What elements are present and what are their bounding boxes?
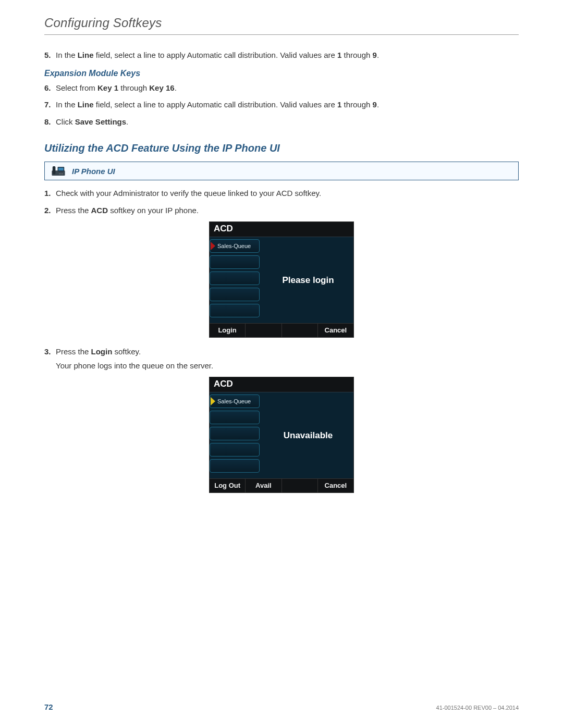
- step-text: Press the ACD softkey on your IP phone.: [56, 205, 519, 217]
- phone-screen-unavailable: ACD Sales-Queue Unavailable Log Out Avai…: [209, 377, 354, 493]
- t: Select from: [56, 83, 97, 92]
- t: In the: [56, 51, 78, 59]
- t-bold: Key 16: [149, 83, 174, 92]
- svg-rect-3: [53, 166, 56, 174]
- phone-body: Sales-Queue Please login: [210, 237, 353, 323]
- softkey-cancel[interactable]: Cancel: [318, 479, 353, 492]
- t: Press the: [56, 347, 91, 356]
- phone-sidekeys: Sales-Queue: [210, 237, 263, 323]
- t: softkey.: [112, 347, 141, 356]
- svg-rect-2: [58, 168, 64, 171]
- sidekey-empty[interactable]: [210, 255, 260, 269]
- step-number: 5.: [44, 50, 56, 61]
- softkey-logout[interactable]: Log Out: [210, 479, 246, 492]
- softkey-empty[interactable]: [246, 324, 282, 337]
- step-text: Click Save Settings.: [56, 116, 519, 128]
- sidekey-empty[interactable]: [210, 288, 260, 301]
- step-text: In the Line field, select a line to appl…: [56, 50, 519, 61]
- step-7: 7. In the Line field, select a line to a…: [44, 99, 519, 111]
- step-number: 7.: [44, 99, 56, 111]
- phone-main-text: Unavailable: [263, 392, 353, 478]
- step-c1: 1. Check with your Administrator to veri…: [44, 188, 519, 200]
- sidekey-label: Sales-Queue: [217, 243, 251, 249]
- marker-red-icon: [211, 242, 215, 250]
- svg-point-4: [59, 174, 60, 175]
- t: .: [377, 100, 379, 109]
- sidekey-empty[interactable]: [210, 443, 260, 456]
- svg-point-5: [60, 174, 62, 175]
- t: Click: [56, 117, 75, 126]
- t-bold: Login: [91, 347, 113, 356]
- step-5: 5. In the Line field, select a line to a…: [44, 50, 519, 61]
- phone-body: Sales-Queue Unavailable: [210, 392, 353, 478]
- svg-point-6: [62, 174, 63, 175]
- sidekey-empty[interactable]: [210, 459, 260, 473]
- t-bold: Line: [78, 100, 94, 109]
- marker-yellow-icon: [211, 397, 215, 405]
- t: .: [175, 83, 177, 92]
- phone-icon: [51, 165, 66, 177]
- t-bold: Line: [78, 51, 94, 59]
- step-text: Press the Login softkey.: [56, 346, 519, 358]
- step-number: 1.: [44, 188, 56, 200]
- step-6: 6. Select from Key 1 through Key 16.: [44, 82, 519, 94]
- t: through: [341, 51, 372, 59]
- sidekey-sales-queue[interactable]: Sales-Queue: [210, 239, 260, 253]
- sidekey-empty[interactable]: [210, 304, 260, 317]
- callout-label: IP Phone UI: [72, 167, 115, 176]
- softkey-cancel[interactable]: Cancel: [318, 324, 353, 337]
- sidekey-sales-queue[interactable]: Sales-Queue: [210, 394, 260, 408]
- step-number: 6.: [44, 82, 56, 94]
- marker-none-icon: [211, 413, 215, 422]
- sidekey-empty[interactable]: [210, 272, 260, 285]
- phone-screen-login: ACD Sales-Queue Please login Login Cance…: [209, 221, 354, 338]
- softkey-login[interactable]: Login: [210, 324, 246, 337]
- t: through: [341, 100, 372, 109]
- ip-phone-ui-callout: IP Phone UI: [44, 162, 519, 180]
- t: Press the: [56, 206, 91, 215]
- step-number: 8.: [44, 116, 56, 128]
- step-text: Check with your Administrator to verify …: [56, 188, 519, 200]
- marker-none-icon: [211, 258, 215, 266]
- phone-title: ACD: [210, 377, 353, 392]
- t: softkey on your IP phone.: [108, 206, 199, 215]
- t: .: [126, 117, 128, 126]
- t: .: [377, 51, 379, 59]
- step-text: In the Line field, select a line to appl…: [56, 99, 519, 111]
- sidekey-empty[interactable]: [210, 411, 260, 424]
- step-number: 2.: [44, 205, 56, 217]
- page-header: Configuring Softkeys: [44, 16, 519, 35]
- t: through: [118, 83, 149, 92]
- t-bold: Key 1: [97, 83, 118, 92]
- step-text: Select from Key 1 through Key 16.: [56, 82, 519, 94]
- page-number: 72: [44, 702, 53, 711]
- t: In the: [56, 100, 78, 109]
- marker-none-icon: [211, 446, 215, 454]
- t-bold: ACD: [91, 206, 108, 215]
- page-footer: 72 41-001524-00 REV00 – 04.2014: [44, 702, 519, 711]
- step-c3: 3. Press the Login softkey.: [44, 346, 519, 358]
- marker-none-icon: [211, 429, 215, 438]
- marker-none-icon: [211, 290, 215, 299]
- phone-title: ACD: [210, 222, 353, 237]
- marker-none-icon: [211, 306, 215, 315]
- expansion-module-heading: Expansion Module Keys: [44, 69, 519, 78]
- sidekey-label: Sales-Queue: [217, 398, 251, 404]
- softkey-avail[interactable]: Avail: [246, 479, 282, 492]
- step-8: 8. Click Save Settings.: [44, 116, 519, 128]
- marker-none-icon: [211, 462, 215, 470]
- softkey-empty[interactable]: [282, 324, 318, 337]
- marker-none-icon: [211, 274, 215, 282]
- step-c3-sub: Your phone logs into the queue on the se…: [56, 360, 519, 372]
- sidekey-empty[interactable]: [210, 427, 260, 440]
- step-c2: 2. Press the ACD softkey on your IP phon…: [44, 205, 519, 217]
- phone-softkeys: Log Out Avail Cancel: [210, 478, 353, 492]
- t: field, select a line to apply Automatic …: [94, 51, 337, 59]
- phone-softkeys: Login Cancel: [210, 323, 353, 337]
- phone-sidekeys: Sales-Queue: [210, 392, 263, 478]
- t-bold: 9: [373, 100, 377, 109]
- doc-id: 41-001524-00 REV00 – 04.2014: [436, 705, 519, 711]
- softkey-empty[interactable]: [282, 479, 318, 492]
- t-bold: Save Settings: [75, 117, 126, 126]
- t: field, select a line to apply Automatic …: [94, 100, 337, 109]
